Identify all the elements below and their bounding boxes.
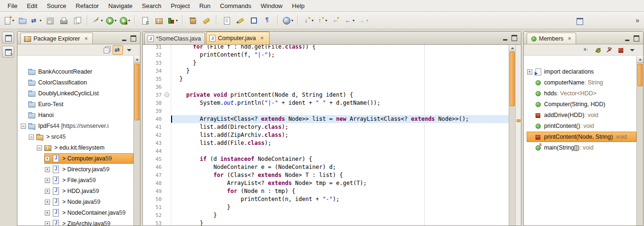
menu-source[interactable]: Source	[42, 0, 71, 11]
expand-toggle-icon[interactable]: +	[45, 210, 50, 216]
menu-search[interactable]: Search	[137, 0, 166, 11]
previous-annotation-button[interactable]: ▾	[315, 14, 328, 27]
hide-fields-button[interactable]	[593, 45, 603, 55]
expand-toggle-icon[interactable]: +	[45, 178, 50, 183]
menu-run[interactable]: Run	[195, 0, 215, 11]
skip-breakpoints-button[interactable]: ▾	[91, 14, 104, 27]
minimize-button[interactable]	[120, 34, 128, 42]
close-icon[interactable]	[259, 35, 265, 42]
minimize-button[interactable]	[623, 34, 631, 42]
toolbar-overflow-chevron[interactable]: »	[636, 17, 639, 24]
new-wizard-button[interactable]: ▾	[2, 14, 15, 27]
member-item-computername[interactable]: computerName : String	[524, 77, 636, 88]
menu-help[interactable]: Help	[287, 0, 309, 11]
open-type-button[interactable]	[186, 14, 199, 27]
expand-toggle-icon[interactable]: +	[45, 200, 50, 205]
member-item-printcontent[interactable]: printContent() : void	[524, 121, 636, 131]
tree-item-hdd-java[interactable]: +> HDD.java 59	[17, 186, 133, 196]
tree-item-bankaccountreader[interactable]: BankAccountReader	[17, 67, 133, 77]
collapse-all-button[interactable]	[101, 45, 112, 55]
expand-toggle-icon[interactable]: +	[527, 69, 532, 75]
package-explorer-tab[interactable]: Package Explorer	[20, 33, 93, 44]
hide-static-members-button[interactable]	[604, 45, 615, 55]
expand-toggle-icon[interactable]: +	[45, 189, 50, 194]
show-selected-element-button[interactable]	[248, 14, 260, 27]
forward-button[interactable]: ▾	[356, 14, 369, 27]
editor-text-area[interactable]: 31 for (File f : hdd.get(File.class)) {3…	[143, 45, 509, 226]
collapse-fold-icon[interactable]: −	[165, 92, 169, 97]
scrollbar-thumb[interactable]	[134, 64, 140, 120]
members-scrollbar[interactable]	[636, 56, 643, 226]
java-perspective-button[interactable]	[573, 14, 586, 27]
back-button[interactable]: ▾	[343, 14, 355, 27]
collapse-toggle-icon[interactable]: −	[37, 145, 42, 151]
tree-item-doublylinkedcycliclist[interactable]: DoublyLinkedCyclicList	[17, 88, 133, 99]
tree-item-computer-java[interactable]: +> Computer.java 59	[17, 153, 133, 164]
last-edit-location-button[interactable]	[329, 14, 342, 27]
open-resource-button[interactable]	[220, 14, 233, 27]
menu-refactor[interactable]: Refactor	[71, 0, 104, 11]
menu-edit[interactable]: Edit	[22, 0, 42, 11]
tree-item-euro-test[interactable]: Euro-Test	[17, 99, 133, 109]
web-browser-button[interactable]: ▾	[281, 14, 294, 27]
minimize-button[interactable]	[501, 34, 509, 42]
tree-item-colorclassification[interactable]: ColorClassification	[17, 77, 133, 88]
show-breakpoints-button[interactable]	[71, 14, 83, 27]
maximize-button[interactable]	[129, 34, 138, 42]
show-whitespace-button[interactable]	[261, 14, 274, 27]
run-button[interactable]: ▾	[105, 14, 117, 27]
sort-members-button[interactable]	[582, 45, 592, 55]
tree-item-ipdfs[interactable]: −IpdFs 44 [https://svnserver.i	[17, 121, 133, 131]
close-icon[interactable]	[566, 35, 573, 42]
view-menu-button[interactable]	[627, 45, 637, 55]
expand-toggle-icon[interactable]: +	[45, 156, 50, 161]
member-item-import-declarations[interactable]: +import declarations	[524, 67, 636, 77]
editor-tab-someclass-java[interactable]: *SomeClass.java	[144, 33, 205, 44]
scroll-up-icon[interactable]	[637, 56, 643, 63]
collapse-toggle-icon[interactable]: −	[29, 134, 34, 140]
synchronize-button[interactable]: ▾	[30, 14, 42, 27]
collapse-toggle-icon[interactable]: −	[21, 124, 26, 129]
members-list[interactable]: +import declarationscomputerName : Strin…	[524, 56, 636, 226]
tree-item-src[interactable]: −> src 45	[17, 132, 133, 142]
tree-item-nodecontainer-java[interactable]: +> NodeContainer.java 59	[17, 208, 133, 218]
next-annotation-button[interactable]: ▾	[302, 14, 314, 27]
tree-item-file-java[interactable]: +> File.java 59	[17, 175, 133, 185]
coverage-button[interactable]: ▾	[166, 14, 179, 27]
new-package-button[interactable]	[152, 14, 165, 27]
menu-file[interactable]: File	[3, 0, 22, 11]
restore-minimized-view-button[interactable]	[2, 32, 14, 43]
hide-non-public-button[interactable]	[616, 45, 626, 55]
scrollbar-thumb[interactable]	[510, 52, 515, 106]
expand-toggle-icon[interactable]: +	[45, 221, 50, 226]
scroll-up-icon[interactable]	[509, 45, 515, 51]
expand-toggle-icon[interactable]: +	[45, 167, 50, 172]
member-item-adddrive-hdd[interactable]: addDrive(HDD) : void	[524, 110, 636, 120]
tree-item-node-java[interactable]: +> Node.java 59	[17, 197, 133, 207]
tree-item-directory-java[interactable]: +> Directory.java 59	[17, 164, 133, 175]
package-explorer-scrollbar[interactable]	[133, 56, 140, 226]
editor-scrollbar[interactable]	[509, 45, 515, 226]
menu-window[interactable]: Window	[256, 0, 287, 11]
menu-project[interactable]: Project	[166, 0, 194, 11]
overview-ruler[interactable]	[515, 45, 521, 226]
members-tab[interactable]: Members	[527, 33, 576, 44]
member-item-main-string[interactable]: main(String[]) : void	[524, 142, 636, 153]
menu-commands[interactable]: Commands	[215, 0, 256, 11]
tree-item-ziparchiv-java[interactable]: +> ZipArchiv.java 59	[17, 218, 133, 226]
search-button[interactable]	[200, 14, 213, 27]
occurrence-marker[interactable]	[517, 119, 520, 122]
print-button[interactable]	[57, 14, 70, 27]
tree-item-edu-kit-filesystem[interactable]: −> edu.kit.filesystem	[17, 142, 133, 153]
new-class-button[interactable]	[139, 14, 151, 27]
minimized-view-button[interactable]	[2, 46, 14, 58]
member-item-printcontent-node-string[interactable]: printContent(Node, String) : void	[524, 132, 636, 142]
scrollbar-thumb[interactable]	[637, 64, 643, 86]
close-icon[interactable]	[83, 35, 90, 42]
maximize-button[interactable]	[632, 34, 641, 42]
link-with-editor-button[interactable]	[113, 45, 123, 55]
menu-navigate[interactable]: Navigate	[104, 0, 137, 11]
new-project-button[interactable]	[16, 14, 29, 27]
view-menu-button[interactable]	[124, 45, 134, 55]
save-button[interactable]	[43, 14, 56, 27]
